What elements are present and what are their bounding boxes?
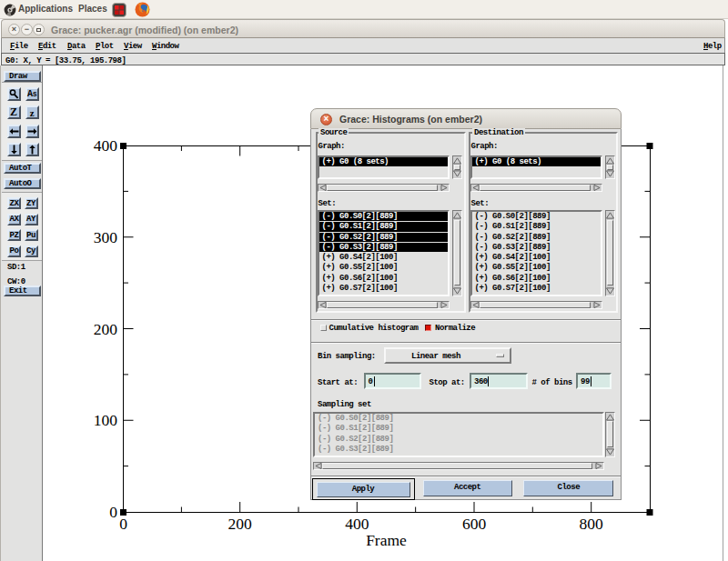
svg-text:0: 0	[109, 503, 117, 521]
svg-text:600: 600	[462, 515, 487, 533]
svg-text:100: 100	[94, 411, 118, 429]
svg-text:0: 0	[119, 515, 127, 533]
svg-text:800: 800	[580, 515, 604, 533]
svg-text:400: 400	[345, 515, 369, 533]
svg-text:400: 400	[94, 136, 118, 155]
svg-text:200: 200	[94, 320, 118, 338]
svg-text:300: 300	[94, 228, 118, 246]
svg-text:Frame: Frame	[366, 531, 407, 549]
svg-text:200: 200	[228, 515, 253, 533]
